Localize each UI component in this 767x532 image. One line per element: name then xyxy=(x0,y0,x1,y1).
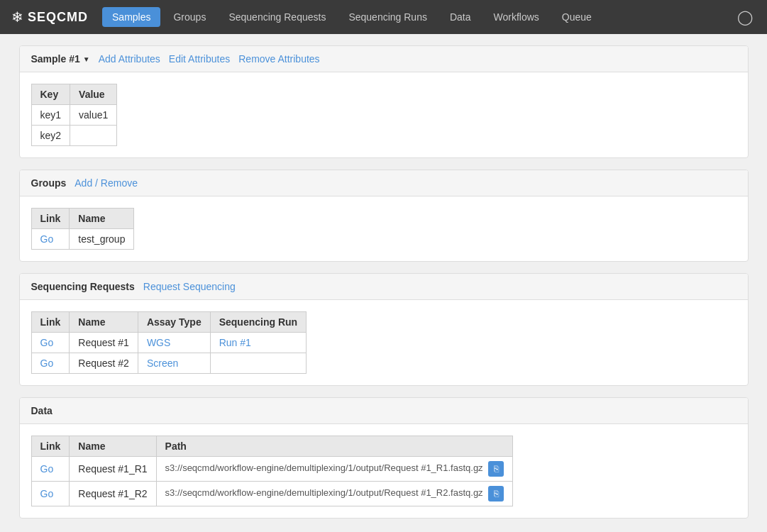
sr-assay[interactable]: Screen xyxy=(138,353,210,374)
groups-col-link: Link xyxy=(31,209,70,229)
nav-data[interactable]: Data xyxy=(440,7,481,27)
nav-workflows[interactable]: Workflows xyxy=(484,7,549,27)
navbar: ❄ SEQCMD Samples Groups Sequencing Reque… xyxy=(0,0,767,34)
add-attributes-button[interactable]: Add Attributes xyxy=(99,53,160,65)
attr-value xyxy=(70,126,117,146)
table-row: Go Request #2 Screen xyxy=(31,353,307,374)
seq-requests-title: Sequencing Requests xyxy=(31,281,135,292)
table-row: Go Request #1_R1 s3://seqcmd/workflow-en… xyxy=(31,457,513,482)
sr-run[interactable] xyxy=(210,353,306,374)
col-key: Key xyxy=(31,84,70,105)
sr-col-name: Name xyxy=(70,312,138,333)
edit-attributes-button[interactable]: Edit Attributes xyxy=(169,53,230,65)
data-path: s3://seqcmd/workflow-engine/demultiplexi… xyxy=(156,457,513,482)
data-card-body: Link Name Path Go Request #1_R1 s3://seq… xyxy=(20,424,748,518)
seq-requests-card-body: Link Name Assay Type Sequencing Run Go R… xyxy=(20,300,748,385)
sample-dropdown[interactable]: Sample #1 ▼ xyxy=(31,53,90,65)
data-title: Data xyxy=(31,405,53,416)
groups-col-name: Name xyxy=(70,209,134,229)
data-name: Request #1_R2 xyxy=(70,482,156,506)
copy-path-button[interactable]: ⎘ xyxy=(488,486,504,501)
seq-requests-card: Sequencing Requests Request Sequencing L… xyxy=(19,273,749,386)
attr-value: value1 xyxy=(70,105,117,126)
seq-requests-card-header: Sequencing Requests Request Sequencing xyxy=(20,274,748,300)
table-row: key1 value1 xyxy=(31,105,117,126)
sr-link[interactable]: Go xyxy=(31,353,70,374)
nav-queue[interactable]: Queue xyxy=(552,7,602,27)
attr-key: key1 xyxy=(31,105,70,126)
nav-sequencing-runs[interactable]: Sequencing Runs xyxy=(338,7,437,27)
data-col-name: Name xyxy=(70,436,156,457)
data-card: Data Link Name Path Go Request #1_R1 s3:… xyxy=(19,397,749,519)
col-value: Value xyxy=(70,84,117,105)
sample-card-body: Key Value key1 value1 key2 xyxy=(20,72,748,157)
sample-card-header: Sample #1 ▼ Add Attributes Edit Attribut… xyxy=(20,46,748,72)
data-name: Request #1_R1 xyxy=(70,457,156,482)
table-row: Go test_group xyxy=(31,229,134,250)
copy-path-button[interactable]: ⎘ xyxy=(488,461,504,477)
data-path: s3://seqcmd/workflow-engine/demultiplexi… xyxy=(156,482,513,506)
sample-title: Sample #1 xyxy=(31,53,80,65)
sr-name: Request #1 xyxy=(70,333,138,353)
data-table: Link Name Path Go Request #1_R1 s3://seq… xyxy=(31,436,514,506)
attr-key: key2 xyxy=(31,126,70,146)
page-content: Sample #1 ▼ Add Attributes Edit Attribut… xyxy=(8,45,760,519)
groups-card: Groups Add / Remove Link Name Go test_gr… xyxy=(19,170,749,262)
groups-card-header: Groups Add / Remove xyxy=(20,170,748,196)
brand: ❄ SEQCMD xyxy=(11,9,88,26)
seq-requests-table: Link Name Assay Type Sequencing Run Go R… xyxy=(31,311,307,374)
table-row: Go Request #1_R2 s3://seqcmd/workflow-en… xyxy=(31,482,513,506)
groups-card-body: Link Name Go test_group xyxy=(20,196,748,261)
groups-title: Groups xyxy=(31,177,67,189)
table-row: key2 xyxy=(31,126,117,146)
nav-groups[interactable]: Groups xyxy=(163,7,216,27)
nav-samples[interactable]: Samples xyxy=(102,7,160,27)
add-remove-groups-button[interactable]: Add / Remove xyxy=(75,177,138,189)
sr-assay[interactable]: WGS xyxy=(138,333,210,353)
request-sequencing-button[interactable]: Request Sequencing xyxy=(143,281,236,292)
table-row: Go Request #1 WGS Run #1 xyxy=(31,333,307,353)
nav-sequencing-requests[interactable]: Sequencing Requests xyxy=(219,7,336,27)
sr-link[interactable]: Go xyxy=(31,333,70,353)
chevron-down-icon: ▼ xyxy=(83,55,90,63)
group-name: test_group xyxy=(70,229,134,250)
groups-table: Link Name Go test_group xyxy=(31,208,135,250)
sr-name: Request #2 xyxy=(70,353,138,374)
data-col-path: Path xyxy=(156,436,513,457)
sr-col-assay: Assay Type xyxy=(138,312,210,333)
data-link[interactable]: Go xyxy=(31,482,70,506)
attributes-table: Key Value key1 value1 key2 xyxy=(31,84,118,146)
remove-attributes-button[interactable]: Remove Attributes xyxy=(238,53,319,65)
data-card-header: Data xyxy=(20,398,748,424)
sr-col-link: Link xyxy=(31,312,70,333)
brand-text: SEQCMD xyxy=(28,10,88,25)
group-link[interactable]: Go xyxy=(31,229,70,250)
logo-icon: ❄ xyxy=(11,9,23,26)
sample-card: Sample #1 ▼ Add Attributes Edit Attribut… xyxy=(19,45,749,158)
data-link[interactable]: Go xyxy=(31,457,70,482)
sr-col-run: Sequencing Run xyxy=(210,312,306,333)
user-icon[interactable]: ◯ xyxy=(734,6,756,28)
data-col-link: Link xyxy=(31,436,70,457)
sr-run[interactable]: Run #1 xyxy=(210,333,306,353)
